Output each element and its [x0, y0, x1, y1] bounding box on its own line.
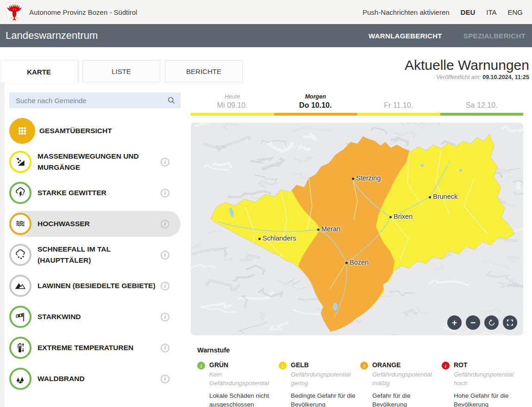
category-gesamtuebersicht[interactable]: GESAMTÜBERSICHT i	[9, 118, 181, 144]
day-label: Do 10.10.	[299, 101, 332, 110]
info-icon[interactable]: i	[161, 251, 169, 259]
info-icon[interactable]: i	[161, 282, 169, 290]
category-label: STARKWIND	[38, 311, 81, 322]
left-gutter	[0, 82, 5, 407]
category-label: GESAMTÜBERSICHT	[39, 125, 112, 136]
warning-category-sidebar: GESAMTÜBERSICHT i MASSENBEWEGUNGEN UND M…	[0, 82, 186, 407]
day-label: Mi 09.10.	[217, 101, 248, 110]
lang-deu[interactable]: DEU	[461, 8, 476, 16]
landslide-icon	[9, 151, 31, 173]
category-label: MASSENBEWEGUNGEN UND MURGÄNGE	[38, 151, 159, 173]
legend-level-orange: i ORANGE Gefährdungspotential mäßig Gefa…	[360, 361, 442, 407]
nav-warnlagebericht[interactable]: WARNLAGEBERICHT	[369, 32, 442, 40]
search-icon[interactable]	[167, 96, 176, 105]
level-description: Lokale Schäden nicht ausgeschlossen	[209, 391, 279, 407]
level-description: Bedingte Gefahr für die Bevölkerung	[291, 391, 360, 407]
snowfall-icon	[9, 244, 31, 266]
city-label: Bozen	[350, 259, 369, 266]
day-tab-do[interactable]: Morgen Do 10.10.	[274, 86, 357, 116]
green-info-badge: i	[197, 362, 205, 370]
tab-liste[interactable]: LISTE	[82, 60, 160, 82]
day-label: Sa 12.10.	[466, 101, 498, 110]
info-icon[interactable]: i	[161, 375, 169, 383]
info-icon[interactable]: i	[161, 313, 169, 321]
category-massenbewegungen[interactable]: MASSENBEWEGUNGEN UND MURGÄNGE i	[9, 149, 181, 175]
city-label: Sterzing	[356, 174, 381, 182]
day-sub: Morgen	[305, 93, 326, 100]
level-name: GRÜN	[209, 361, 279, 369]
published-value: 09.10.2024, 11:25	[482, 74, 529, 80]
category-list: GESAMTÜBERSICHT i MASSENBEWEGUNGEN UND M…	[9, 118, 181, 397]
zoom-out-button[interactable]: −	[466, 315, 480, 330]
category-schneefall[interactable]: SCHNEEFALL IM TAL (HAUPTTÄLER) i	[9, 242, 181, 268]
day-tabs: Heute Mi 09.10. Morgen Do 10.10. Fr 11.1…	[191, 86, 523, 116]
level-potential: Gefährdungspotential mäßig	[372, 370, 433, 388]
fullscreen-button[interactable]	[503, 315, 517, 330]
info-icon[interactable]: i	[161, 189, 169, 197]
day-tab-fr[interactable]: Fr 11.10.	[357, 86, 440, 116]
day-sub: Heute	[225, 93, 240, 100]
legend-level-gruen: i GRÜN Kein Gefährdungspotential Lokale …	[197, 361, 279, 407]
city-label: Meran	[321, 225, 340, 233]
city-label: Bruneck	[433, 193, 457, 200]
legend-level-rot: i ROT Gefährdungspotential hoch Hohe Gef…	[442, 361, 523, 407]
category-extreme-temperaturen[interactable]: EXTREME TEMPERATUREN i	[9, 335, 181, 361]
view-tabs-row: KARTE LISTE BERICHTE Aktuelle Warnungen …	[0, 47, 532, 82]
city-dot	[352, 178, 354, 180]
red-info-badge: i	[442, 362, 450, 370]
published-line: Veröffentlicht am: 09.10.2024, 11:25	[405, 74, 529, 80]
fullscreen-icon	[506, 319, 514, 327]
page-title: Aktuelle Warnungen	[405, 57, 529, 73]
thunderstorm-icon	[9, 182, 31, 204]
level-name: GELB	[291, 361, 360, 369]
thermometer-icon	[9, 337, 31, 359]
nav-spezialbericht[interactable]: SPEZIALBERICHT	[463, 32, 526, 40]
category-hochwasser[interactable]: HOCHWASSER i	[9, 211, 181, 237]
app-title: Landeswarnzentrum	[6, 30, 98, 42]
category-label: STARKE GEWITTER	[38, 187, 106, 198]
push-notifications-link[interactable]: Push-Nachrichten aktivieren	[363, 8, 450, 16]
zoom-in-button[interactable]: +	[447, 315, 462, 330]
level-potential: Gefährdungspotential gering	[291, 370, 352, 388]
city-dot	[389, 216, 392, 218]
lang-ita[interactable]: ITA	[486, 8, 496, 16]
warning-level-legend: Warnstufe i GRÜN Kein Gefährdungspotenti…	[191, 335, 523, 407]
org-name: Autonome Provinz Bozen - Südtirol	[29, 8, 137, 16]
lang-eng[interactable]: ENG	[507, 8, 523, 16]
avalanche-icon	[9, 275, 31, 297]
info-icon[interactable]: i	[161, 344, 169, 352]
yellow-info-badge: i	[279, 362, 287, 370]
info-icon[interactable]: i	[161, 220, 169, 228]
legend-level-gelb: i GELB Gefährdungspotential gering Bedin…	[279, 361, 360, 407]
category-starkwind[interactable]: STARKWIND i	[9, 304, 181, 330]
day-tab-mi[interactable]: Heute Mi 09.10.	[191, 86, 274, 116]
tab-berichte[interactable]: BERICHTE	[165, 60, 243, 82]
search-input[interactable]	[15, 96, 167, 105]
category-lawinen[interactable]: LAWINEN (BESIEDELTE GEBIETE) i	[9, 273, 181, 299]
day-label: Fr 11.10.	[384, 101, 413, 110]
city-label: Schlanders	[263, 234, 296, 242]
grid-icon	[9, 118, 35, 144]
info-icon[interactable]: i	[161, 158, 169, 166]
top-utility-bar: Autonome Provinz Bozen - Südtirol Push-N…	[0, 0, 532, 24]
forest-fire-icon	[9, 368, 31, 390]
category-label: SCHNEEFALL IM TAL (HAUPTTÄLER)	[38, 244, 159, 266]
waves-icon	[9, 213, 31, 235]
category-starke-gewitter[interactable]: STARKE GEWITTER i	[9, 180, 181, 206]
city-dot	[429, 196, 431, 198]
level-potential: Kein Gefährdungspotential	[209, 370, 270, 388]
tab-karte[interactable]: KARTE	[0, 60, 78, 83]
reset-view-button[interactable]	[484, 315, 499, 330]
map-city-layer: SterzingBruneckBrixenMeranSchlandersBoze…	[191, 123, 523, 335]
city-dot	[317, 228, 319, 231]
category-label: HOCHWASSER	[38, 218, 90, 229]
orange-info-badge: i	[360, 362, 368, 370]
city-dot	[345, 262, 348, 264]
level-description: Hohe Gefahr für die Bevölkerung	[454, 391, 523, 407]
warning-map[interactable]: SterzingBruneckBrixenMeranSchlandersBoze…	[191, 123, 523, 335]
category-waldbrand[interactable]: WALDBRAND i	[9, 366, 181, 392]
day-tab-sa[interactable]: Sa 12.10.	[440, 86, 524, 116]
municipality-search[interactable]	[9, 92, 181, 108]
windsock-icon	[9, 306, 31, 328]
legend-title: Warnstufe	[197, 346, 523, 354]
